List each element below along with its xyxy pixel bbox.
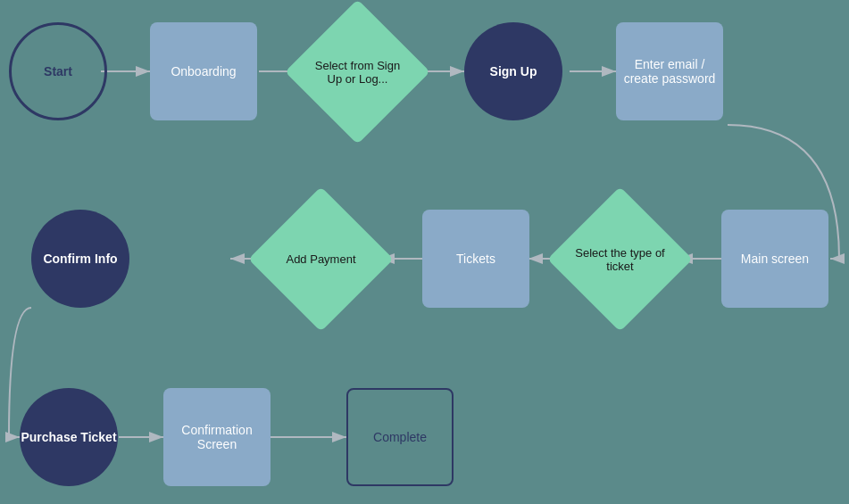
tickets-node: Tickets	[422, 210, 529, 308]
complete-node: Complete	[346, 388, 454, 486]
flowchart: Start Onboarding Select from Sign Up or …	[0, 0, 849, 504]
onboarding-node: Onboarding	[150, 22, 257, 120]
start-node: Start	[9, 22, 107, 120]
signup-node: Sign Up	[464, 22, 562, 120]
main-screen-node: Main screen	[721, 210, 828, 308]
select-ticket-type-node: Select the type of ticket	[547, 186, 693, 332]
confirm-info-node: Confirm Info	[31, 210, 129, 308]
add-payment-node: Add Payment	[248, 186, 394, 332]
purchase-ticket-node: Purchase Ticket	[20, 388, 118, 486]
confirmation-screen-node: Confirmation Screen	[163, 388, 271, 486]
select-signup-node: Select from Sign Up or Log...	[285, 0, 430, 145]
enter-email-node: Enter email / create password	[616, 22, 723, 120]
